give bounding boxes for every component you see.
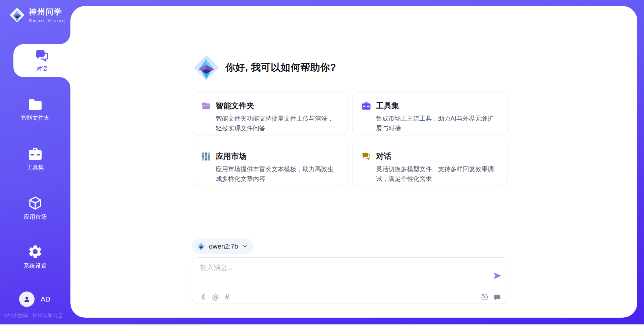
card-title: 对话 <box>376 151 391 161</box>
hashtag-button[interactable]: # <box>224 294 230 301</box>
card-app-market[interactable]: 应用市场 应用市场提供丰富长文本模板，助力高效生成多样化文章内容 <box>192 143 347 186</box>
chevron-down-icon <box>241 243 248 250</box>
attach-file-button[interactable] <box>200 293 207 301</box>
person-icon <box>22 295 31 304</box>
tab-curve-top <box>60 34 70 44</box>
mention-button[interactable]: @ <box>212 294 219 301</box>
message-input[interactable] <box>200 263 482 282</box>
mention-icon: @ <box>212 293 219 301</box>
card-description: 应用市场提供丰富长文本模板，助力高效生成多样化文章内容 <box>216 165 338 184</box>
sidebar-item-label: 对话 <box>36 65 48 73</box>
history-icon <box>481 294 488 301</box>
app-subtitle: Smart Vision <box>29 18 65 23</box>
grid-icon <box>201 151 211 161</box>
card-title: 工具集 <box>376 101 399 111</box>
card-description: 灵活切换多模型文件，支持多样回复效果调试，满足个性化需求 <box>376 165 499 184</box>
card-smart-folder[interactable]: 智能文件夹 智能文件夹功能支持批量文件上传与清洗，轻松实现文件问答 <box>192 92 347 135</box>
tab-curve-bottom <box>60 77 70 88</box>
hashtag-icon: # <box>224 293 230 301</box>
toolbox-icon <box>361 101 371 111</box>
model-logo-icon <box>197 242 206 251</box>
user-profile[interactable]: AD <box>19 291 50 307</box>
feature-cards: 智能文件夹 智能文件夹功能支持批量文件上传与清洗，轻松实现文件问答 工具集 集成… <box>192 92 508 186</box>
sidebar-item-label: 应用市场 <box>0 213 70 221</box>
chat-icon <box>361 151 371 161</box>
assistant-logo-icon <box>193 55 219 81</box>
chat-icon <box>34 49 50 64</box>
gear-icon <box>28 244 43 259</box>
sidebar-item-settings[interactable]: 系统设置 <box>0 244 70 270</box>
sidebar-item-toolset[interactable]: 工具集 <box>0 147 70 171</box>
folder-icon <box>28 98 43 111</box>
card-description: 集成市场上主流工具，助力AI与外界无缝扩展与对接 <box>376 114 499 133</box>
card-title: 应用市场 <box>216 151 247 161</box>
conversation-button[interactable] <box>493 294 501 301</box>
avatar <box>19 291 35 307</box>
card-title: 智能文件夹 <box>216 101 254 111</box>
composer-toolbar: @ # <box>200 293 501 301</box>
sidebar-item-label: 系统设置 <box>0 262 70 270</box>
sidebar-item-app-market[interactable]: 应用市场 <box>0 196 70 221</box>
user-name: AD <box>41 295 50 303</box>
window-bottom-edge <box>0 324 644 325</box>
main-panel: 你好, 我可以如何帮助你? 智能文件夹 智能文件夹功能支持批量文件上传与清洗，轻… <box>70 6 637 318</box>
composer-divider <box>199 289 501 289</box>
send-button[interactable] <box>493 271 502 280</box>
greeting-title: 你好, 我可以如何帮助你? <box>225 61 336 74</box>
model-selector[interactable]: qwen2:7b <box>192 239 254 254</box>
card-chat[interactable]: 对话 灵活切换多模型文件，支持多样回复效果调试，满足个性化需求 <box>352 143 508 186</box>
cube-icon <box>28 196 43 210</box>
folder-open-icon <box>201 101 211 111</box>
card-description: 智能文件夹功能支持批量文件上传与清洗，轻松实现文件问答 <box>216 114 338 133</box>
send-icon <box>493 271 502 280</box>
sidebar-footer: ©神州数码 · 神州问学出品 <box>4 313 70 319</box>
greeting: 你好, 我可以如何帮助你? <box>193 55 336 81</box>
app-window: 神州问学 Smart Vision 对话 智能文件夹 工具集 <box>0 0 644 325</box>
model-name: qwen2:7b <box>209 243 238 250</box>
history-button[interactable] <box>481 294 488 301</box>
toolbox-icon <box>28 147 43 161</box>
brand-logo-icon <box>9 7 25 23</box>
sidebar-item-smart-folder[interactable]: 智能文件夹 <box>0 98 70 122</box>
sidebar-item-chat[interactable]: 对话 <box>13 44 70 77</box>
sidebar: 神州问学 Smart Vision 对话 智能文件夹 工具集 <box>0 0 70 325</box>
app-title: 神州问学 <box>29 7 65 17</box>
sidebar-item-label: 工具集 <box>0 164 70 171</box>
paperclip-icon <box>200 293 207 301</box>
message-composer: @ # <box>192 257 508 304</box>
comment-icon <box>493 294 501 301</box>
card-toolset[interactable]: 工具集 集成市场上主流工具，助力AI与外界无缝扩展与对接 <box>352 92 508 135</box>
sidebar-item-label: 智能文件夹 <box>0 114 70 122</box>
brand: 神州问学 Smart Vision <box>9 7 65 23</box>
